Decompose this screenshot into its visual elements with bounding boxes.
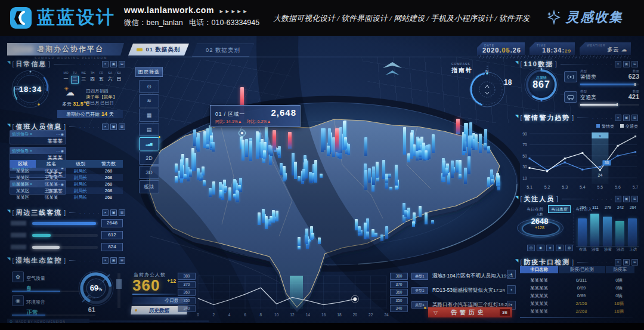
tab-data-category-1[interactable]: 01 数据类别 [128,44,189,55]
duty-leader-card[interactable]: 值班领导»⋯ ◉某某某 [10,147,66,161]
close-icon[interactable]: × [102,61,109,67]
alarm-gauge-value: 867 [524,79,559,90]
copy-icon[interactable]: ▣ [623,196,630,202]
air-quality-label: 空气质量 [26,276,45,281]
weekday-en: MO [63,71,68,75]
copy-icon[interactable]: ▣ [110,124,117,130]
expand-icon[interactable]: ⊞ [631,196,638,202]
dashboard-app: 蓝蓝设计 www.lanlanwork.com►►►►► 微信：ben_lanl… [0,0,644,330]
expand-icon[interactable]: ⊞ [631,259,638,266]
layer-button-signal-icon[interactable]: ≋ [139,94,159,107]
duty-cell: 268 [94,174,123,181]
eco-slider-track[interactable] [117,273,120,308]
copy-icon[interactable]: ▣ [110,257,117,264]
copy-icon[interactable]: ▣ [623,115,630,121]
flow-bar-fill [32,222,96,225]
layer-button-list-icon[interactable]: ▤ [139,123,159,136]
office-y-label: 350 [390,297,408,304]
expand-icon[interactable]: ⊞ [119,61,125,67]
alert-indicator-dot [424,307,426,309]
flow-bar-row: 612 [11,231,124,239]
flow-bar-track [32,222,98,225]
close-icon[interactable]: × [102,124,109,130]
bar-value: 264 [627,205,639,209]
office-underline [132,294,177,295]
bar [590,214,599,246]
layer-button-bar-chart-icon[interactable]: ▂▄▆ [139,137,159,150]
checkpoint-row: 某某某某0/890辆 [520,285,634,291]
close-icon[interactable]: × [615,115,621,121]
time-plate: TIME 18:34:29 [530,42,575,55]
duty-leader-card[interactable]: 值班领导»⋯ ◉某某某 [10,130,66,144]
svg-text:24: 24 [598,173,603,177]
close-icon[interactable]: × [615,259,621,266]
focus-tool-icons: ◎◉◈▣◍ [527,245,573,251]
weekday-cn: 二 [71,76,79,84]
layer-button-label: 3D [145,169,153,175]
redacted-line-label [11,245,26,249]
more-dots-icon[interactable]: ⋯ ◉ [56,132,64,136]
panel-dots: · · · · · [592,198,613,201]
checkpoint-header: 卡口名称防疫/已检测防疫车 [520,266,634,273]
duty-cell: 张某某 [36,194,67,201]
expand-icon[interactable]: ⊞ [119,209,125,216]
focus-tool-icon[interactable]: ▣ [556,245,564,251]
checkpoint-name: 某某某某 [520,285,558,291]
expand-icon[interactable]: ⊞ [631,61,638,67]
scroll-dot-icon[interactable]: ● [507,285,516,294]
copy-icon[interactable]: ▣ [623,61,630,67]
layer-button-板块[interactable]: 板块 [139,180,159,193]
website-link[interactable]: www.lanlanwork.com [124,5,214,15]
checkpoint-row: 某某某某2/26816辆 [520,308,634,314]
alert-history-button[interactable]: ▽ 告警历史 36 [428,307,512,317]
focus-gauge-value: 2648 [520,217,559,226]
copy-icon[interactable]: ▣ [110,209,117,216]
weekday-cn: 日 [116,76,122,82]
flow-bar-row: 2648 [11,219,124,227]
alert-tag: 类型2 [411,287,428,294]
alert-row[interactable]: 类型1湿地3-104片区有不明人员闯入19:24 [411,272,504,280]
panel-dots: · · · · · [79,259,100,263]
more-dots-icon[interactable]: ⋯ ◉ [56,149,64,153]
office-y-label: 380 [390,273,408,280]
layer-button-3d[interactable]: 3D [139,166,159,179]
close-icon[interactable]: × [615,61,621,67]
tab-data-category-2[interactable]: 02 数据类别 [192,44,254,57]
tooltip-compare: 同比: 14.1%▲ 环比: 6.2%▲ [210,118,300,125]
type-name: 警情类 [580,73,596,81]
close-icon[interactable]: × [102,257,109,264]
eco-slider-handle[interactable] [116,279,122,289]
focus-gauge-delta: +128 [520,226,559,230]
svg-text:8: 8 [260,313,262,317]
copy-icon[interactable]: ▣ [110,61,117,67]
copy-icon[interactable]: ▣ [623,259,630,266]
lunar-calendar: 闰四月初四 庚子年【鼠年】 辛巳月 己巳日 [86,88,117,106]
scroll-up-icon[interactable]: ▲ [507,270,516,279]
weekday-fr: FR五 [97,71,105,84]
expand-icon[interactable]: ⊞ [119,124,125,130]
duty-cell: 王某某 [36,187,67,194]
layer-button-2d[interactable]: 2D [139,152,159,165]
logo: 蓝蓝设计 [10,5,116,30]
layer-button-heatmap-icon[interactable]: ▦ [139,109,159,122]
duty-cell: 副局长 [67,187,94,194]
panel-corner-mark: ◥ [515,258,518,263]
focus-tool-icon[interactable]: ◎ [527,245,535,251]
close-icon[interactable]: × [102,209,109,216]
duty-table-row: 某某区王某某副局长268 [10,174,123,181]
alert-row[interactable]: 类型2RD13-53烟感报警疑似火灾17:24 [411,286,504,294]
checkpoint-cars: 0辆 [605,292,633,299]
layer-button-location-icon[interactable]: ⊙ [139,80,159,93]
weekday-en: WE [81,71,86,75]
weekday-mo: MO一 [62,71,70,84]
svg-text:30: 30 [522,165,527,169]
expand-icon[interactable]: ⊞ [119,257,125,264]
focus-tool-icon[interactable]: ◍ [565,245,573,251]
focus-tool-icon[interactable]: ◈ [546,245,554,251]
focus-tool-icon[interactable]: ◉ [537,245,544,251]
expand-icon[interactable]: ⊞ [631,115,638,121]
layer-button-label: 板块 [144,183,154,191]
svg-text:10: 10 [522,176,527,180]
chevron-right-icon: » [30,149,32,153]
close-icon[interactable]: × [615,196,621,202]
